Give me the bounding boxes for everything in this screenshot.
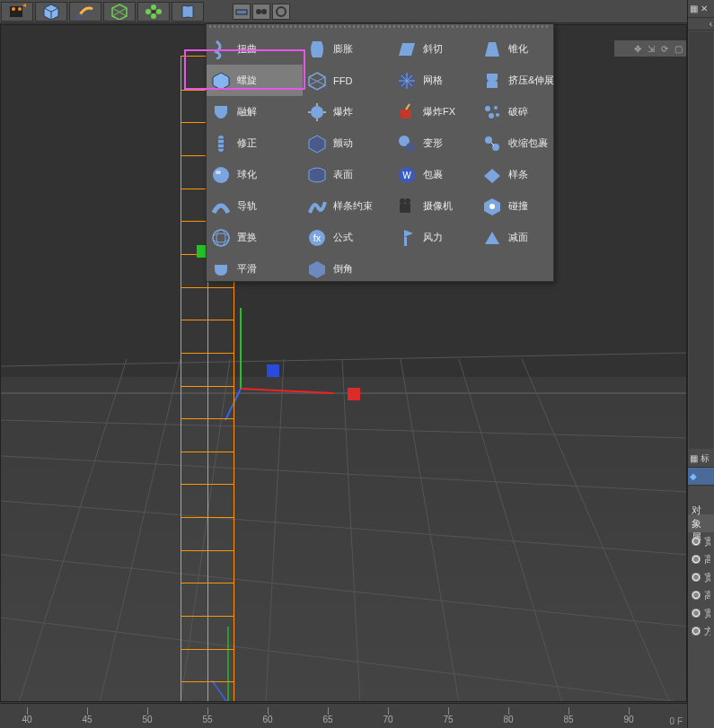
menu-item-decay[interactable]: 减面 xyxy=(478,222,553,253)
menu-item-collision[interactable]: 碰撞 xyxy=(478,190,553,222)
panel-tag-row[interactable]: ◆ xyxy=(688,468,714,486)
svg-point-78 xyxy=(494,106,498,110)
prop-row-2[interactable]: 宽 xyxy=(688,568,714,586)
menu-item-explode[interactable]: 爆炸 xyxy=(303,96,392,127)
menu-item-extrude[interactable]: 挤压&伸展 xyxy=(478,65,553,96)
nav-rotate-icon[interactable]: ⟳ xyxy=(659,43,670,54)
jitter-icon xyxy=(306,133,328,154)
svg-marker-86 xyxy=(485,232,499,244)
prop-radio[interactable] xyxy=(692,627,701,636)
menu-item-shatter[interactable]: 破碎 xyxy=(478,96,553,127)
prop-row-4[interactable]: 宽 xyxy=(688,604,714,622)
menu-label: 包裹 xyxy=(423,168,443,181)
prop-radio[interactable] xyxy=(692,609,701,618)
menu-label: 表面 xyxy=(333,168,353,181)
prop-row-3[interactable]: 高 xyxy=(688,586,714,604)
tool-flower[interactable] xyxy=(137,2,170,22)
prop-radio[interactable] xyxy=(692,537,701,546)
menu-item-twist[interactable]: 扭曲 xyxy=(207,33,303,65)
ruler-tick-label: 40 xyxy=(22,715,31,724)
menu-item-shrinkwrap[interactable]: 收缩包裹 xyxy=(478,127,553,159)
prop-radio[interactable] xyxy=(692,555,701,564)
menu-item-surface[interactable]: 表面 xyxy=(303,159,392,190)
menu-item-bevel[interactable]: 倒角 xyxy=(303,253,392,285)
tab-object-props[interactable]: 对象属 xyxy=(688,514,714,532)
ruler-tick-label: 70 xyxy=(383,715,392,724)
nav-zoom-icon[interactable]: ⇲ xyxy=(646,43,657,54)
svg-rect-71 xyxy=(400,204,410,213)
menu-item-splinewrap[interactable]: 样条约束 xyxy=(303,190,392,222)
svg-point-77 xyxy=(485,106,490,111)
ruler-tick xyxy=(87,707,88,715)
timeline-ruler[interactable]: 4045505560657075808590 xyxy=(0,703,687,728)
svg-point-68 xyxy=(406,143,415,152)
prop-label: 高 xyxy=(704,589,710,602)
menu-item-jitter[interactable]: 颤动 xyxy=(303,127,392,159)
svg-marker-63 xyxy=(399,43,415,56)
svg-text:fx: fx xyxy=(313,232,322,243)
tool-mesh[interactable] xyxy=(103,2,136,22)
rail-icon xyxy=(210,196,232,217)
ruler-tick-label: 60 xyxy=(262,715,272,724)
ruler-tick xyxy=(448,707,449,715)
tool-cube[interactable] xyxy=(35,2,67,22)
frame-indicator: 0 F xyxy=(670,716,683,726)
menu-item-shear[interactable]: 斜切 xyxy=(392,33,478,65)
menu-item-bulge[interactable]: 膨胀 xyxy=(303,33,392,65)
svg-point-73 xyxy=(405,198,410,204)
svg-line-66 xyxy=(406,104,410,110)
menu-item-ffd[interactable]: FFD xyxy=(303,65,392,96)
prop-label: 高 xyxy=(704,553,710,566)
prop-radio[interactable] xyxy=(692,573,701,582)
tool-seg-b[interactable] xyxy=(252,4,270,20)
tool-seg-c[interactable] xyxy=(272,4,290,20)
svg-marker-41 xyxy=(213,73,229,90)
prop-radio[interactable] xyxy=(692,591,701,600)
menu-item-camera[interactable]: 摄像机 xyxy=(392,190,478,222)
svg-point-17 xyxy=(277,7,286,16)
svg-marker-83 xyxy=(484,169,500,183)
menu-item-spiral[interactable]: 螺旋 xyxy=(207,65,303,96)
shrinkwrap-icon xyxy=(481,133,503,154)
tool-seg-a[interactable] xyxy=(233,4,251,20)
menu-item-wind[interactable]: 风力 xyxy=(392,222,478,253)
svg-rect-14 xyxy=(236,10,247,14)
spiral-icon xyxy=(210,70,232,92)
tool-brush[interactable] xyxy=(69,2,101,22)
menu-item-rail[interactable]: 导轨 xyxy=(207,190,303,222)
panel-collapse-1[interactable]: ‹ xyxy=(688,18,714,31)
panel-header-2[interactable]: ▦标 xyxy=(688,450,714,468)
menu-item-formula[interactable]: fx 公式 xyxy=(303,222,392,253)
panel-header-1[interactable]: ▦✕ xyxy=(688,0,714,18)
nav-fullscreen-icon[interactable]: ▢ xyxy=(673,43,683,54)
menu-item-melt[interactable]: 融解 xyxy=(207,96,303,127)
svg-marker-76 xyxy=(485,42,499,57)
svg-line-26 xyxy=(100,359,181,702)
prop-row-1[interactable]: 高 xyxy=(688,550,714,568)
grid-icon: ▦ xyxy=(690,4,698,13)
menu-item-displace[interactable]: 置换 xyxy=(207,222,303,253)
tool-bulge[interactable] xyxy=(172,2,204,22)
lattice-icon xyxy=(396,70,418,92)
tool-movie[interactable] xyxy=(1,2,33,22)
menu-item-wrap[interactable]: W 包裹 xyxy=(392,159,478,190)
shatter-icon xyxy=(481,101,503,123)
svg-point-48 xyxy=(213,230,229,246)
menu-item-deform[interactable]: 变形 xyxy=(392,127,478,159)
side-panel: ▦✕ ‹ ▦标 ◆ 对象属 宽 高 宽 高 宽 方 xyxy=(687,0,714,728)
svg-line-22 xyxy=(1,501,687,555)
menu-item-fix[interactable]: 修正 xyxy=(207,127,303,159)
menu-item-spline[interactable]: 样条 xyxy=(478,159,553,190)
menu-item-explodefx[interactable]: 爆炸FX xyxy=(392,96,478,127)
bevel-icon xyxy=(306,259,328,280)
prop-row-5[interactable]: 方 xyxy=(688,622,714,640)
panel-viewport[interactable] xyxy=(689,31,713,449)
menu-item-sphere[interactable]: 球化 xyxy=(207,159,303,190)
menu-item-lattice[interactable]: 网格 xyxy=(392,65,478,96)
menu-label: 网格 xyxy=(423,74,443,87)
svg-rect-65 xyxy=(401,110,411,118)
nav-pan-icon[interactable]: ✥ xyxy=(632,43,643,54)
menu-item-taper[interactable]: 锥化 xyxy=(478,33,553,65)
menu-label: 摄像机 xyxy=(423,199,453,213)
menu-item-smooth[interactable]: 平滑 xyxy=(207,253,303,285)
